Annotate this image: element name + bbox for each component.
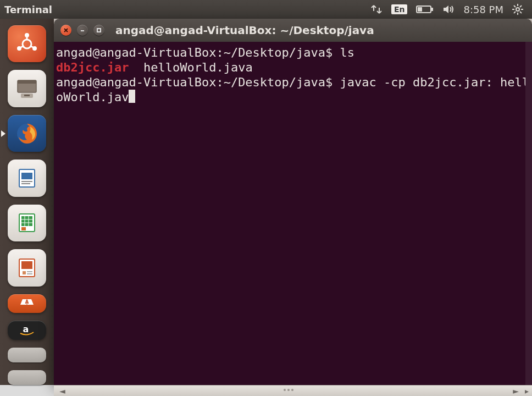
terminal-scrollbar[interactable] [525,42,532,385]
gear-icon[interactable] [512,4,523,15]
svg-rect-39 [27,273,32,274]
svg-text:a: a [23,324,29,334]
svg-rect-2 [418,7,422,12]
svg-rect-25 [21,173,32,179]
svg-point-3 [516,8,519,11]
window-minimize-button[interactable] [77,25,88,36]
svg-rect-37 [23,271,26,274]
svg-rect-43 [97,29,101,32]
scroll-handle[interactable] [284,389,300,392]
svg-rect-29 [21,216,32,226]
window-title: angad@angad-VirtualBox: ~/Desktop/java [115,24,374,37]
launcher-amazon[interactable]: a [8,321,46,340]
scroll-end-icon[interactable]: ▸ [525,387,529,395]
launcher-dash[interactable] [8,25,46,62]
svg-point-12 [23,40,31,48]
svg-rect-36 [21,261,32,269]
unity-launcher: A a [0,19,54,385]
window-maximize-button[interactable] [93,25,104,36]
svg-line-18 [31,46,33,47]
terminal-body[interactable]: angad@angad-VirtualBox:~/Desktop/java$ l… [54,42,532,385]
language-label: En [391,4,408,14]
launcher-writer[interactable] [8,160,46,196]
terminal-output-gap [129,61,143,74]
svg-rect-34 [21,227,26,230]
terminal-window: angad@angad-VirtualBox: ~/Desktop/java a… [54,19,532,385]
launcher-firefox[interactable] [8,115,46,152]
svg-line-8 [514,6,516,7]
focused-app-label: Terminal [4,4,52,15]
svg-rect-38 [27,271,32,272]
svg-point-13 [25,33,29,37]
scroll-right-icon[interactable]: ► [513,387,519,395]
launcher-files[interactable] [8,70,46,107]
desktop-area: angad@angad-VirtualBox: ~/Desktop/java a… [54,19,532,385]
battery-icon[interactable] [416,5,434,14]
svg-rect-20 [18,80,36,84]
svg-line-17 [21,46,23,47]
svg-text:A: A [25,299,29,305]
language-indicator[interactable]: En [391,4,408,14]
clock[interactable]: 8:58 PM [463,4,503,15]
terminal-cursor [129,90,135,103]
svg-rect-1 [431,8,433,11]
svg-line-10 [520,6,522,7]
launcher-impress[interactable] [8,249,46,286]
svg-line-9 [520,12,522,13]
scroll-left-icon[interactable]: ◄ [59,387,65,395]
terminal-output-file-java: helloWorld.java [143,61,253,74]
horizontal-scrollbar[interactable]: ◄ ► ▸ [54,385,532,396]
launcher-stack-1[interactable] [8,348,46,362]
terminal-prompt: angad@angad-VirtualBox:~/Desktop/java$ [56,46,340,59]
launcher-stack-2[interactable] [8,370,46,385]
network-icon[interactable] [370,4,383,14]
svg-line-11 [514,12,516,13]
terminal-command: ls [340,46,355,59]
svg-rect-22 [24,95,30,96]
terminal-titlebar[interactable]: angad@angad-VirtualBox: ~/Desktop/java [54,19,532,42]
volume-icon[interactable] [442,4,455,14]
terminal-prompt: angad@angad-VirtualBox:~/Desktop/java$ [56,75,340,89]
launcher-running-pip [1,130,5,137]
launcher-calc[interactable] [8,205,46,241]
window-close-button[interactable] [60,25,71,36]
terminal-output-file-jar: db2jcc.jar [56,61,129,74]
top-menubar: Terminal En 8:58 PM [0,0,532,19]
launcher-software-center[interactable]: A [8,294,46,314]
